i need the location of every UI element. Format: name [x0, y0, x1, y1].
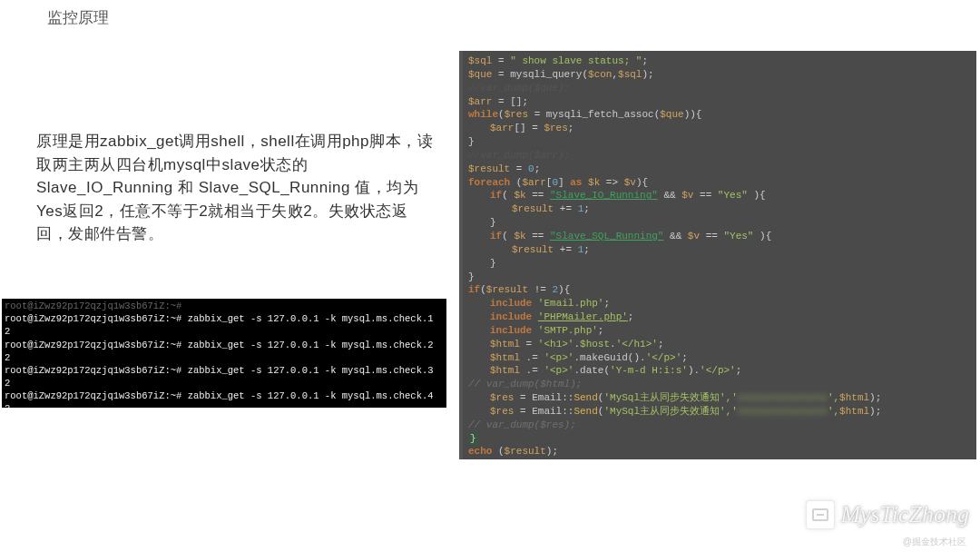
terminal-output: root@iZwz92p172qzjq1w3sb67iZ:~# root@iZw…	[2, 299, 446, 408]
redacted-email: xxxxxxxxxxxxxxx	[738, 406, 828, 417]
principle-description: 原理是用zabbix_get调用shell，shell在调用php脚本，读取两主…	[36, 130, 436, 246]
terminal-line: root@iZwz92p172qzjq1w3sb67iZ:~# zabbix_g…	[5, 365, 434, 376]
terminal-line: root@iZwz92p172qzjq1w3sb67iZ:~#	[5, 301, 181, 311]
source-watermark: @掘金技术社区	[903, 536, 966, 548]
terminal-line: root@iZwz92p172qzjq1w3sb67iZ:~# zabbix_g…	[5, 340, 434, 350]
terminal-line: 2	[5, 326, 10, 337]
redacted-email: xxxxxxxxxxxxxxx	[738, 392, 828, 403]
wechat-icon	[806, 500, 835, 529]
terminal-line: root@iZwz92p172qzjq1w3sb67iZ:~# zabbix_g…	[5, 390, 434, 401]
terminal-line: 2	[5, 352, 10, 363]
terminal-line: root@iZwz92p172qzjq1w3sb67iZ:~# zabbix_g…	[5, 313, 434, 324]
php-code-block: $sql = " show slave status; "; $que = my…	[459, 51, 976, 459]
terminal-line: 2	[5, 403, 10, 408]
cursor-line: }	[468, 432, 478, 446]
terminal-line: 2	[5, 378, 10, 389]
page-title: 监控原理	[47, 7, 109, 28]
author-watermark: MysTicZhong	[806, 500, 969, 529]
